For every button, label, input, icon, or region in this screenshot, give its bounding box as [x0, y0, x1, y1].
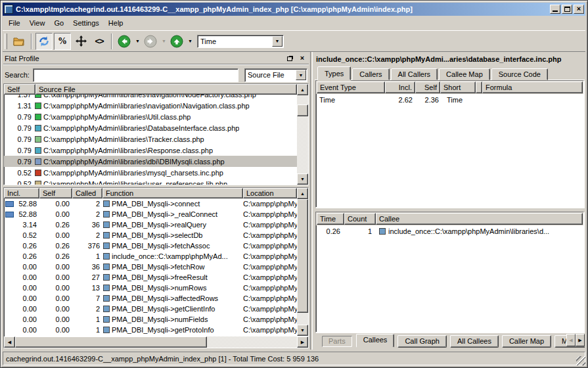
- column-header-called[interactable]: Called: [72, 188, 102, 198]
- table-row[interactable]: 0.261include_once::C:\xampp\phpMyAdmin\l…: [316, 225, 583, 237]
- incl-value: 52.88: [14, 210, 37, 218]
- tab-callee-map[interactable]: Callee Map: [439, 68, 490, 80]
- scroll-right-icon[interactable]: ▶: [297, 336, 308, 348]
- column-header-count[interactable]: Count: [344, 213, 376, 225]
- incl-value: 0.00: [5, 305, 37, 313]
- column-header-time[interactable]: Time: [317, 213, 344, 225]
- incl-value: 0.00: [5, 273, 37, 281]
- table-row[interactable]: Time2.622.36Time: [316, 94, 583, 105]
- table-row[interactable]: 52.880.002PMA_DBI_Mysqli->connectC:\xamp…: [4, 198, 297, 209]
- table-row[interactable]: 0.520.002PMA_DBI_Mysqli->selectDbC:\xamp…: [4, 230, 297, 241]
- table-row[interactable]: 0.260.26376PMA_DBI_Mysqli->fetchAssocC:\…: [4, 241, 297, 251]
- dock-close-button[interactable]: ×: [297, 54, 307, 63]
- column-header-incl[interactable]: Incl.: [385, 81, 415, 93]
- relative-percent-button[interactable]: %: [54, 33, 71, 50]
- list-item[interactable]: 0.79C:\xampp\phpMyAdmin\libraries\dbi\DB…: [4, 156, 297, 167]
- table-row[interactable]: 0.000.0036PMA_DBI_Mysqli->fetchRowC:\xam…: [4, 262, 297, 272]
- column-header-blank[interactable]: [476, 81, 482, 93]
- up-dropdown-arrow[interactable]: ▼: [187, 39, 193, 43]
- scroll-left-icon[interactable]: ◀: [4, 336, 15, 348]
- table-row[interactable]: 0.000.001PMA_DBI_Mysqli->getProtoInfoC:\…: [4, 325, 297, 335]
- resize-grip[interactable]: [576, 356, 585, 365]
- list-item[interactable]: 0.79C:\xampp\phpMyAdmin\libraries\Util.c…: [4, 111, 297, 122]
- tab-all-callees[interactable]: All Callees: [450, 335, 499, 348]
- back-dropdown-arrow[interactable]: ▼: [135, 39, 141, 43]
- scroll-up-icon[interactable]: ▲: [297, 188, 308, 199]
- forward-dropdown-arrow[interactable]: ▼: [161, 39, 167, 43]
- tab-types[interactable]: Types: [317, 66, 351, 80]
- tab-all-callers[interactable]: All Callers: [391, 68, 438, 80]
- column-header-location[interactable]: Location: [243, 188, 297, 198]
- list-item[interactable]: 0.52C:\xampp\phpMyAdmin\libraries\mysql_…: [4, 167, 297, 178]
- maximize-button[interactable]: [562, 5, 572, 14]
- function-name: PMA_DBI_Mysqli->getProtoInfo: [102, 326, 243, 334]
- column-header-source-file[interactable]: Source File: [35, 84, 297, 95]
- column-header-callee[interactable]: Callee: [376, 213, 583, 225]
- function-table-hscrollbar[interactable]: ◀ ▶: [4, 336, 308, 348]
- menu-file[interactable]: File: [4, 18, 25, 28]
- event-type-combo[interactable]: Time ▼: [197, 35, 284, 48]
- blank-cell: [476, 99, 482, 101]
- menu-help[interactable]: Help: [104, 18, 128, 28]
- column-header-self[interactable]: Self: [415, 81, 440, 93]
- cycle-percentage-button[interactable]: [35, 33, 53, 50]
- cost-color-icon: [35, 170, 41, 176]
- menu-view[interactable]: View: [25, 18, 50, 28]
- menu-go[interactable]: Go: [49, 18, 68, 28]
- tab-callees[interactable]: Callees: [356, 334, 395, 348]
- forward-button[interactable]: [142, 33, 159, 50]
- source-list-vscrollbar[interactable]: ▲ ▼: [297, 84, 308, 185]
- table-row[interactable]: 0.000.007PMA_DBI_Mysqli->affectedRowsC:\…: [4, 293, 297, 304]
- scroll-down-icon[interactable]: ▼: [297, 325, 308, 336]
- callee-table-header: Time Count Callee: [316, 212, 583, 225]
- table-row[interactable]: 3.140.2636PMA_DBI_Mysqli->realQueryC:\xa…: [4, 219, 297, 230]
- open-file-button[interactable]: [11, 33, 28, 50]
- tab-source-code[interactable]: Source Code: [491, 68, 548, 80]
- table-row[interactable]: 52.880.002PMA_DBI_Mysqli->_realConnectC:…: [4, 209, 297, 219]
- table-row[interactable]: 0.000.002PMA_DBI_Mysqli->getClientInfoC:…: [4, 304, 297, 314]
- minimize-button[interactable]: [550, 5, 560, 14]
- menu-settings[interactable]: Settings: [68, 18, 104, 28]
- expand-areas-button[interactable]: [72, 33, 89, 50]
- combo-dropdown-button[interactable]: ▼: [272, 36, 283, 47]
- column-header-incl[interactable]: Incl.: [4, 188, 39, 198]
- column-header-formula[interactable]: Formula: [482, 81, 583, 93]
- tab-scroll-left-icon[interactable]: ◀: [566, 334, 576, 346]
- table-row[interactable]: 0.000.0027PMA_DBI_Mysqli->freeResultC:\x…: [4, 272, 297, 283]
- scroll-down-icon[interactable]: ▼: [297, 173, 308, 185]
- column-header-short[interactable]: Short: [440, 81, 476, 93]
- tab-call-graph[interactable]: Call Graph: [397, 335, 447, 348]
- close-button[interactable]: ×: [574, 5, 584, 14]
- called-value: 2: [72, 305, 102, 313]
- column-header-function[interactable]: Function: [102, 188, 243, 198]
- function-table-vscrollbar[interactable]: ▲ ▼: [297, 188, 308, 336]
- toolbar-grip[interactable]: [5, 34, 7, 49]
- up-button[interactable]: [168, 33, 185, 50]
- group-by-combo[interactable]: Source File ▼: [244, 68, 307, 82]
- source-file-list-body: 1.37C:\xampp\phpMyAdmin\libraries\naviga…: [4, 95, 297, 185]
- dock-float-button[interactable]: [285, 54, 296, 63]
- function-label: PMA_DBI_Mysqli->affectedRows: [112, 294, 218, 302]
- back-button[interactable]: [116, 33, 133, 50]
- function-icon: [103, 274, 110, 281]
- search-input[interactable]: [33, 68, 238, 82]
- combo-dropdown-button[interactable]: ▼: [296, 70, 306, 80]
- table-row[interactable]: 0.260.261include_once::C:\xampp\phpMyAd.…: [4, 251, 297, 262]
- column-header-event-type[interactable]: Event Type: [317, 81, 385, 93]
- list-item[interactable]: 1.37C:\xampp\phpMyAdmin\libraries\naviga…: [4, 95, 297, 100]
- list-item[interactable]: 0.52C:\xampp\phpMyAdmin\libraries\user_p…: [4, 178, 297, 185]
- column-header-self[interactable]: Self: [39, 188, 72, 198]
- scroll-up-icon[interactable]: ▲: [297, 84, 308, 95]
- list-item[interactable]: 0.79C:\xampp\phpMyAdmin\libraries\Tracke…: [4, 133, 297, 145]
- tab-caller-map[interactable]: Caller Map: [502, 335, 551, 348]
- tab-callers[interactable]: Callers: [352, 68, 389, 80]
- list-item[interactable]: 0.79C:\xampp\phpMyAdmin\libraries\Databa…: [4, 122, 297, 133]
- shorten-templates-button[interactable]: <>: [91, 33, 108, 50]
- list-item[interactable]: 1.31C:\xampp\phpMyAdmin\libraries\naviga…: [4, 100, 297, 111]
- incl-value: 0.00: [5, 294, 37, 302]
- list-item[interactable]: 0.79C:\xampp\phpMyAdmin\libraries\Respon…: [4, 145, 297, 156]
- tab-scroll-right-icon[interactable]: ▶: [576, 334, 585, 346]
- table-row[interactable]: 0.000.001PMA_DBI_Mysqli->numFieldsC:\xam…: [4, 314, 297, 325]
- column-header-self[interactable]: Self: [4, 84, 35, 95]
- table-row[interactable]: 0.000.0013PMA_DBI_Mysqli->numRowsC:\xamp…: [4, 283, 297, 293]
